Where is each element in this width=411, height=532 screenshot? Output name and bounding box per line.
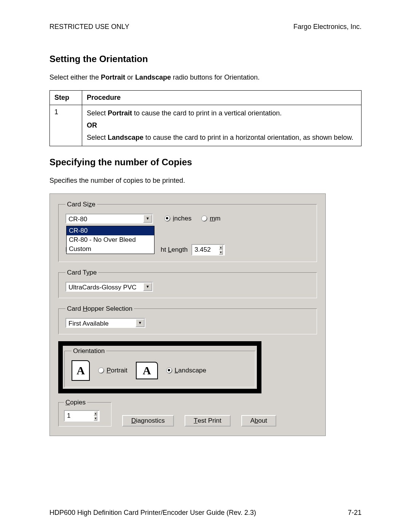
radio-dot-icon: [201, 216, 207, 222]
dropdown-option[interactable]: CR-80 - No Over Bleed: [67, 235, 154, 244]
footer-right: 7-21: [348, 509, 362, 517]
orientation-highlight: Orientation A Portrait A Landscape: [58, 341, 261, 393]
card-type-combo[interactable]: UltraCards-Glossy PVC: [65, 282, 153, 292]
group-orientation: Orientation A Portrait A Landscape: [64, 347, 255, 387]
col-procedure: Procedure: [82, 91, 362, 105]
radio-dot-icon: [98, 367, 104, 374]
group-card-type: Card Type UltraCards-Glossy PVC: [58, 269, 317, 298]
spinner-down-icon[interactable]: ▼: [219, 250, 223, 255]
spinner-up-icon[interactable]: ▲: [94, 411, 98, 416]
test-print-button[interactable]: Test Print: [185, 415, 231, 427]
card-size-combo[interactable]: CR-80: [65, 214, 153, 224]
radio-dot-icon: [166, 367, 172, 374]
section-intro-orientation: Select either the Portrait or Landscape …: [49, 73, 362, 82]
step-number: 1: [50, 105, 82, 146]
section-intro-copies: Specifies the number of copies to be pri…: [49, 176, 362, 185]
hopper-combo[interactable]: First Available: [65, 318, 145, 328]
length-label: ht Length: [161, 246, 188, 254]
dropdown-option[interactable]: Custom: [67, 244, 154, 254]
spinner-down-icon[interactable]: ▼: [94, 416, 98, 421]
dropdown-arrow-icon[interactable]: [143, 283, 152, 291]
legend-hopper: Card Hopper Selection: [65, 305, 134, 313]
diagnostics-button[interactable]: Diagnostics: [122, 415, 174, 427]
section-title-orientation: Setting the Orientation: [49, 54, 362, 64]
group-hopper: Card Hopper Selection First Available: [58, 305, 317, 334]
header-left: RESTRICTED USE ONLY: [49, 23, 129, 31]
dialog-screenshot: Card Size CR-80 inches mm: [49, 193, 326, 436]
legend-card-type: Card Type: [65, 269, 98, 276]
footer-left: HDP600 High Definition Card Printer/Enco…: [49, 509, 256, 517]
procedure-cell: Select Portrait to cause the card to pri…: [82, 105, 362, 146]
legend-copies: Copies: [64, 399, 87, 406]
copies-spinner[interactable]: 1 ▲ ▼: [64, 410, 100, 422]
dropdown-arrow-icon[interactable]: [135, 319, 145, 327]
radio-portrait[interactable]: Portrait: [98, 367, 127, 374]
radio-mm[interactable]: mm: [201, 215, 220, 222]
procedure-table: Step Procedure 1 Select Portrait to caus…: [49, 90, 362, 146]
landscape-icon: A: [136, 362, 158, 379]
length-spinner[interactable]: 3.452 ▲ ▼: [191, 244, 225, 256]
radio-landscape[interactable]: Landscape: [166, 367, 206, 374]
group-card-size: Card Size CR-80 inches mm: [58, 201, 317, 262]
group-copies: Copies 1 ▲ ▼: [58, 399, 112, 427]
spinner-up-icon[interactable]: ▲: [219, 245, 223, 250]
dropdown-option[interactable]: CR-80: [67, 226, 154, 235]
legend-card-size: Card Size: [65, 201, 97, 208]
header-right: Fargo Electronics, Inc.: [293, 23, 362, 31]
card-size-dropdown-list[interactable]: CR-80 CR-80 - No Over Bleed Custom: [66, 226, 155, 254]
portrait-icon: A: [72, 360, 90, 381]
radio-inches[interactable]: inches: [164, 215, 191, 222]
col-step: Step: [50, 91, 82, 105]
dropdown-arrow-icon[interactable]: [143, 214, 152, 223]
legend-orientation: Orientation: [72, 347, 106, 355]
about-button[interactable]: About: [241, 415, 276, 427]
radio-dot-icon: [164, 216, 170, 222]
section-title-copies: Specifying the number of Copies: [49, 157, 362, 168]
